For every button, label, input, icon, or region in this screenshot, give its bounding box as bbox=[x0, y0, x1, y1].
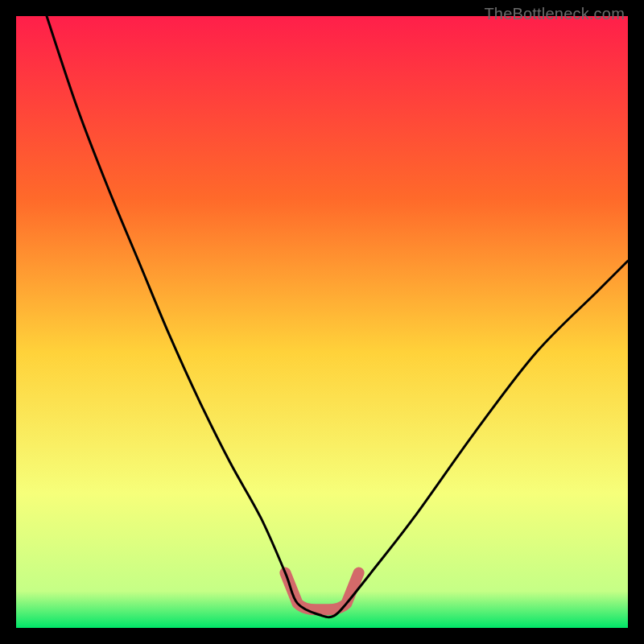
watermark-text: TheBottleneck.com bbox=[484, 5, 625, 23]
chart-svg bbox=[16, 16, 628, 628]
chart-container: TheBottleneck.com bbox=[0, 0, 644, 644]
gradient-background bbox=[16, 16, 628, 628]
plot-area bbox=[16, 16, 628, 628]
